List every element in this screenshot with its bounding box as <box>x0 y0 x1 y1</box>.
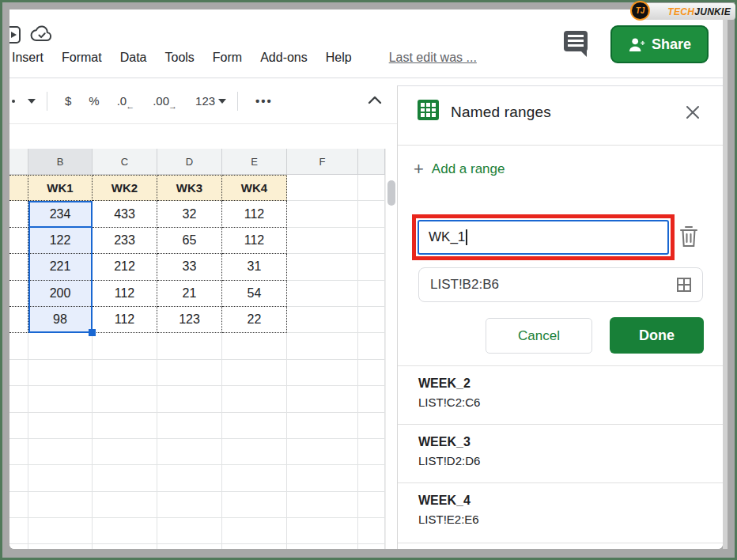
cell-empty[interactable] <box>28 333 93 359</box>
cell-empty[interactable] <box>358 333 385 359</box>
menu-format[interactable]: Format <box>62 51 102 65</box>
cell-empty[interactable] <box>28 413 93 439</box>
cell-empty[interactable] <box>157 439 222 465</box>
cell-empty[interactable] <box>157 465 222 491</box>
chevron-down-icon[interactable] <box>28 99 36 104</box>
cell-row6-col6[interactable] <box>358 307 385 333</box>
cell-empty[interactable] <box>287 413 358 439</box>
cell-row1-col5[interactable] <box>287 175 358 201</box>
cell-empty[interactable] <box>28 518 93 544</box>
cell-empty[interactable] <box>9 439 28 465</box>
cell-empty[interactable] <box>9 465 28 491</box>
column-header-F[interactable]: F <box>287 149 358 175</box>
cell-empty[interactable] <box>222 386 287 412</box>
cell-empty[interactable] <box>157 386 222 412</box>
cell-row5-col5[interactable] <box>287 281 358 307</box>
cell-row6-col0[interactable] <box>9 307 28 333</box>
named-range-item-week3[interactable]: WEEK_3 LIST!D2:D6 <box>398 424 723 482</box>
cell-row6-col5[interactable] <box>287 307 358 333</box>
cell-empty[interactable] <box>222 439 287 465</box>
cell-row1-col0[interactable] <box>9 175 28 201</box>
cell-empty[interactable] <box>28 544 93 549</box>
cell-empty[interactable] <box>157 413 222 439</box>
column-header-partial[interactable] <box>358 149 385 175</box>
cell-row3-col5[interactable] <box>287 228 358 254</box>
cell-row3-col3[interactable]: 65 <box>157 228 222 254</box>
cell-empty[interactable] <box>358 386 385 412</box>
menu-tools[interactable]: Tools <box>164 51 194 65</box>
cell-empty[interactable] <box>358 492 385 518</box>
cancel-button[interactable]: Cancel <box>486 318 592 354</box>
cell-row5-col2[interactable]: 112 <box>93 281 157 307</box>
cell-row4-col0[interactable] <box>9 254 28 280</box>
currency-format-button[interactable]: $ <box>65 94 71 108</box>
cell-row1-col1[interactable]: WK1 <box>28 175 93 201</box>
cell-row3-col6[interactable] <box>358 228 385 254</box>
cell-empty[interactable] <box>358 360 385 386</box>
cell-empty[interactable] <box>222 492 287 518</box>
cell-empty[interactable] <box>93 333 157 359</box>
grid-scrollbar[interactable] <box>385 149 397 549</box>
cell-empty[interactable] <box>287 465 358 491</box>
cell-empty[interactable] <box>28 492 93 518</box>
cell-row6-col2[interactable]: 112 <box>93 307 157 333</box>
cell-empty[interactable] <box>93 518 157 544</box>
cell-empty[interactable] <box>157 360 222 386</box>
cell-empty[interactable] <box>9 413 28 439</box>
cell-empty[interactable] <box>28 360 93 386</box>
cell-row2-col6[interactable] <box>358 201 385 227</box>
cell-empty[interactable] <box>358 413 385 439</box>
cell-row6-col4[interactable]: 22 <box>222 307 287 333</box>
cell-row5-col4[interactable]: 54 <box>222 281 287 307</box>
cell-row1-col4[interactable]: WK4 <box>222 175 287 201</box>
cell-row3-col2[interactable]: 233 <box>93 228 157 254</box>
cell-row4-col2[interactable]: 212 <box>93 254 157 280</box>
cell-empty[interactable] <box>287 386 358 412</box>
select-data-range-button[interactable] <box>675 276 693 293</box>
named-range-item-week4[interactable]: WEEK_4 LIST!E2:E6 <box>398 482 723 541</box>
cell-empty[interactable] <box>9 492 28 518</box>
cell-empty[interactable] <box>222 544 287 549</box>
cell-empty[interactable] <box>157 544 222 549</box>
cell-empty[interactable] <box>287 439 358 465</box>
cell-empty[interactable] <box>93 360 157 386</box>
cell-empty[interactable] <box>9 518 28 544</box>
cell-row2-col4[interactable]: 112 <box>222 201 287 227</box>
cell-empty[interactable] <box>287 492 358 518</box>
add-a-range-button[interactable]: + Add a range <box>414 161 505 178</box>
cell-empty[interactable] <box>9 544 28 549</box>
cell-row3-col1[interactable]: 122 <box>28 228 93 254</box>
column-header-B[interactable]: B <box>28 149 93 175</box>
cell-row2-col5[interactable] <box>287 201 358 227</box>
spreadsheet-grid[interactable]: BCDEFWK1WK2WK3WK423443332112122233651122… <box>9 149 397 549</box>
cell-row4-col1[interactable]: 221 <box>28 254 93 280</box>
increase-decimal-button[interactable]: .00→ <box>153 94 178 108</box>
cell-empty[interactable] <box>93 386 157 412</box>
comments-button[interactable] <box>564 31 589 56</box>
cell-empty[interactable] <box>222 413 287 439</box>
column-header-partial[interactable] <box>9 149 28 175</box>
cell-row6-col1[interactable]: 98 <box>28 307 93 333</box>
cell-row1-col3[interactable]: WK3 <box>157 175 222 201</box>
menu-form[interactable]: Form <box>213 51 242 65</box>
cell-empty[interactable] <box>28 465 93 491</box>
cell-empty[interactable] <box>287 518 358 544</box>
cell-row5-col6[interactable] <box>358 281 385 307</box>
cell-empty[interactable] <box>157 492 222 518</box>
done-button[interactable]: Done <box>610 317 704 354</box>
cell-empty[interactable] <box>93 544 157 549</box>
cell-row1-col6[interactable] <box>358 175 385 201</box>
cell-empty[interactable] <box>222 465 287 491</box>
cell-empty[interactable] <box>222 360 287 386</box>
close-panel-button[interactable] <box>684 104 705 124</box>
cell-row2-col3[interactable]: 32 <box>157 201 222 227</box>
range-name-input[interactable]: WK_1 <box>418 220 669 255</box>
share-button[interactable]: Share <box>610 25 709 63</box>
cell-row5-col1[interactable]: 200 <box>28 281 93 307</box>
decrease-decimal-button[interactable]: .0← <box>117 94 136 108</box>
cell-empty[interactable] <box>28 439 93 465</box>
cell-empty[interactable] <box>358 544 385 549</box>
cell-row1-col2[interactable]: WK2 <box>93 175 157 201</box>
number-format-button[interactable]: 123 <box>195 94 226 108</box>
cell-row3-col4[interactable]: 112 <box>222 228 287 254</box>
